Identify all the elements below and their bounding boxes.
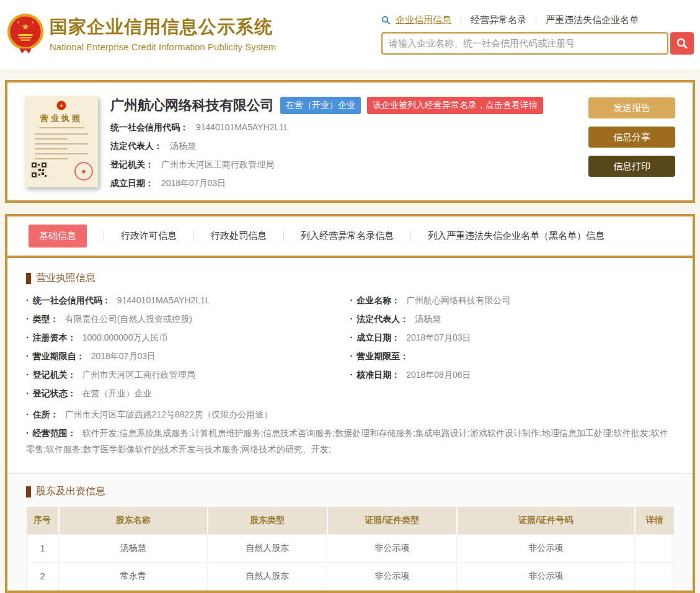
table-row: 1 汤杨慧 自然人股东 非公示项 非公示项 (27, 535, 674, 563)
top-nav: 企业信用信息 经营异常名录 严重违法失信企业名单 (381, 14, 694, 26)
detail-item: 法定代表人：汤杨慧 (350, 313, 675, 324)
nav-separator (536, 16, 536, 25)
site-title-cn: 国家企业信用信息公示系统 (50, 15, 276, 40)
field-legal-rep: 法定代表人： 汤杨慧 (110, 141, 575, 152)
nav-link-blacklist[interactable]: 严重违法失信企业名单 (546, 14, 639, 26)
detail-label: 核准日期： (357, 370, 400, 380)
table-cell: 2 (27, 563, 59, 591)
header-right: 企业信用信息 经营异常名录 严重违法失信企业名单 (381, 13, 694, 55)
search-input[interactable] (381, 32, 668, 55)
site-title-en: National Enterprise Credit Information P… (50, 42, 276, 52)
detail-value: 1000.000000万人民币 (82, 332, 168, 342)
detail-label: 营业期限自： (33, 351, 85, 361)
detail-item: 统一社会信用代码：91440101MA5AYH2L1L (26, 295, 350, 306)
detail-label: 营业期限至： (357, 351, 409, 361)
detail-label: 法定代表人： (357, 314, 409, 324)
detail-label: 登记状态： (33, 388, 76, 398)
company-name: 广州航心网络科技有限公司 (110, 96, 274, 115)
field-credit-code: 统一社会信用代码： 91440101MA5AYH2L1L (110, 122, 575, 133)
detail-label: 成立日期： (357, 332, 400, 342)
tab-separator (410, 231, 411, 241)
column-header: 证照/证件类型 (327, 507, 457, 535)
nav-link-abnormal-list[interactable]: 经营异常名录 (471, 14, 526, 26)
section-title: 股东及出资信息 (36, 485, 105, 498)
detail-card: 基础信息 行政许可信息 行政处罚信息 列入经营异常名录信息 列入严重违法失信企业… (5, 214, 695, 593)
shareholder-section: 股东及出资信息 序号 股东名称 股东类型 证照/证件类型 证照/证件号码 详情 (7, 473, 693, 591)
print-info-button[interactable]: 信息打印 (588, 156, 675, 177)
license-line (35, 148, 68, 149)
column-header: 详情 (635, 507, 674, 535)
company-name-row: 广州航心网络科技有限公司 在营（开业）企业 该企业被列入经营异常名录，点击查看详… (110, 96, 575, 115)
table-cell: 1 (27, 535, 59, 563)
business-license-thumbnail[interactable]: ★ 营业执照 (25, 96, 98, 187)
tab-abnormal-list[interactable]: 列入经营异常名录信息 (301, 230, 394, 242)
detail-value: 在营（开业）企业 (82, 388, 152, 398)
field-label: 统一社会信用代码： (110, 122, 188, 132)
site-header: ★ ★ ★ 国家企业信用信息公示系统 National Enterprise C… (0, 0, 700, 70)
detail-item: 企业名称：广州航心网络科技有限公司 (350, 295, 675, 306)
detail-value: 软件开发;信息系统集成服务;计算机房维护服务;信息技术咨询服务;数据处理和存储服… (26, 428, 668, 454)
nav-link-credit-info[interactable]: 企业信用信息 (396, 14, 451, 26)
license-line (35, 153, 88, 154)
detail-column-left: 统一社会信用代码：91440101MA5AYH2L1L 类型：有限责任公司(自然… (26, 295, 350, 406)
table-cell (635, 535, 674, 563)
detail-item: 类型：有限责任公司(自然人投资或控股) (26, 313, 350, 324)
detail-label: 企业名称： (357, 295, 400, 305)
detail-label: 登记机关： (33, 370, 76, 380)
section-title-row: 营业执照信息 (26, 272, 674, 285)
license-divider (39, 127, 84, 128)
license-line (35, 158, 68, 159)
detail-value: 广州市天河区工商行政管理局 (82, 370, 195, 380)
section-title: 营业执照信息 (36, 272, 95, 285)
section-title-bar (26, 486, 31, 497)
detail-item: 注册资本：1000.000000万人民币 (26, 332, 350, 343)
table-cell: 汤杨慧 (59, 535, 208, 563)
abnormal-warning-badge[interactable]: 该企业被列入经营异常名录，点击查看详情 (367, 97, 543, 114)
detail-column-right: 企业名称：广州航心网络科技有限公司 法定代表人：汤杨慧 成立日期：2018年07… (350, 295, 675, 406)
license-text-lines (35, 133, 88, 163)
search-button[interactable] (670, 32, 694, 55)
field-value: 广州市天河区工商行政管理局 (161, 159, 274, 169)
detail-item: 营业期限自：2018年07月03日 (26, 350, 350, 362)
tab-admin-penalty[interactable]: 行政处罚信息 (211, 230, 267, 242)
column-header: 股东类型 (208, 507, 327, 535)
tab-blacklist[interactable]: 列入严重违法失信企业名单（黑名单）信息 (428, 230, 605, 242)
detail-label: 经营范围： (33, 428, 76, 438)
detail-label: 注册资本： (33, 332, 76, 342)
table-cell: 常永青 (59, 563, 208, 591)
license-title: 营业执照 (40, 113, 82, 124)
tab-separator (104, 231, 104, 241)
license-detail-columns: 统一社会信用代码：91440101MA5AYH2L1L 类型：有限责任公司(自然… (26, 295, 674, 406)
table-cell: 非公示项 (327, 535, 457, 563)
field-value: 91440101MA5AYH2L1L (196, 122, 289, 132)
detail-label: 统一社会信用代码： (33, 295, 111, 305)
svg-text:★: ★ (17, 20, 20, 24)
table-cell: 非公示项 (327, 563, 457, 591)
detail-item: 营业期限至： (350, 350, 675, 362)
status-badge: 在营（开业）企业 (280, 97, 361, 114)
page-body: ★ 营业执照 广州 (0, 70, 700, 593)
license-line (35, 138, 68, 140)
detail-item: 登记机关：广州市天河区工商行政管理局 (26, 369, 350, 380)
share-info-button[interactable]: 信息分享 (588, 127, 675, 148)
section-title-bar (26, 273, 31, 284)
field-label: 登记机关： (110, 159, 154, 169)
send-report-button[interactable]: 发送报告 (588, 97, 675, 118)
detail-item: 核准日期：2018年08月06日 (350, 369, 675, 380)
search-icon (676, 37, 688, 50)
company-summary-card: ★ 营业执照 广州 (5, 80, 695, 203)
table-cell (635, 563, 674, 591)
tab-basic-info[interactable]: 基础信息 (29, 225, 87, 247)
detail-value: 广州航心网络科技有限公司 (406, 295, 510, 305)
license-line (35, 133, 88, 135)
license-line (35, 143, 88, 145)
table-cell: 非公示项 (457, 563, 635, 591)
tab-bar: 基础信息 行政许可信息 行政处罚信息 列入经营异常名录信息 列入严重违法失信企业… (7, 216, 693, 258)
detail-item-address: 住所：广州市天河区车陂西路212号8822房（仅限办公用途） (26, 406, 674, 422)
detail-item-business-scope: 经营范围：软件开发;信息系统集成服务;计算机房维护服务;信息技术咨询服务;数据处… (26, 425, 674, 457)
tab-admin-license[interactable]: 行政许可信息 (121, 230, 177, 242)
license-info-section: 营业执照信息 统一社会信用代码：91440101MA5AYH2L1L 类型：有限… (7, 258, 693, 473)
detail-value: 2018年07月03日 (91, 351, 156, 361)
detail-label: 类型： (33, 314, 59, 324)
tab-separator (193, 231, 194, 241)
